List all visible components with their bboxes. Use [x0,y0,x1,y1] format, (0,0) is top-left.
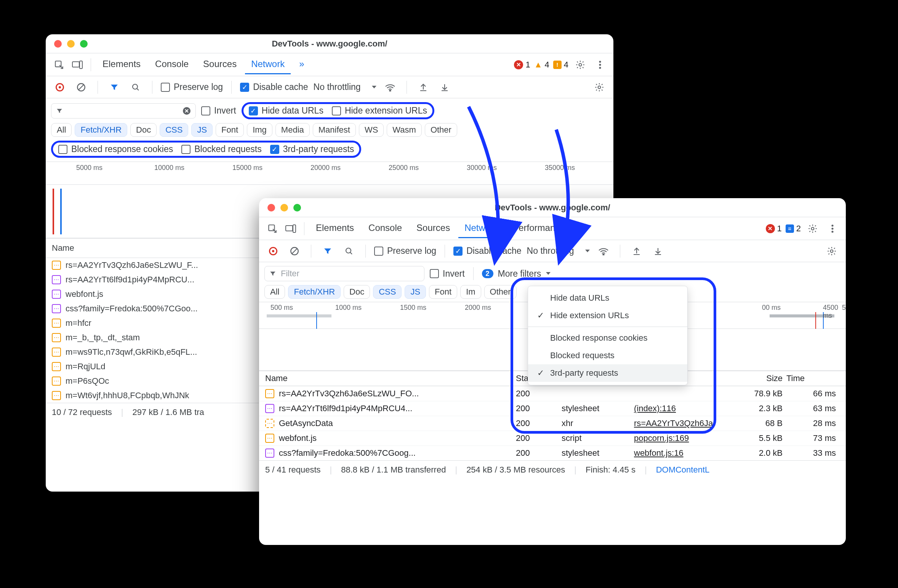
chip-font[interactable]: Font [216,123,244,137]
tab-console[interactable]: Console [362,219,408,238]
preserve-log-checkbox[interactable]: Preserve log [374,246,436,256]
dd-blocked-requests[interactable]: Blocked requests [528,347,687,364]
blocked-requests-checkbox[interactable]: Blocked requests [181,144,261,154]
disable-cache-checkbox[interactable]: ✓Disable cache [453,246,521,256]
tab-elements[interactable]: Elements [96,55,147,74]
preserve-log-checkbox[interactable]: Preserve log [161,82,223,92]
record-button[interactable] [265,243,281,259]
request-row[interactable]: ⋯GetAsyncData200xhrrs=AA2YrTv3Qzh6Ja68 B… [259,416,846,431]
col-name[interactable]: Name [265,373,516,383]
download-har-icon[interactable] [437,79,453,95]
dd-blocked-cookies[interactable]: Blocked response cookies [528,329,687,347]
download-har-icon[interactable] [650,243,666,259]
col-time[interactable]: Time [786,373,840,383]
tab-sources[interactable]: Sources [197,55,243,74]
chip-im[interactable]: Im [460,285,481,299]
chip-all[interactable]: All [51,123,72,137]
tabs-overflow[interactable]: » [573,219,591,238]
chip-all[interactable]: All [264,285,285,299]
chip-font[interactable]: Font [429,285,457,299]
chip-fetch-xhr[interactable]: Fetch/XHR [75,123,127,137]
warning-badge[interactable]: ▲4 [534,60,549,70]
settings-icon[interactable] [572,57,588,73]
initiator-cell[interactable]: (index):116 [634,404,733,413]
panel-settings-icon[interactable] [824,243,840,259]
third-party-checkbox[interactable]: ✓3rd-party requests [270,144,354,154]
filter-input[interactable]: Filter [264,266,424,281]
info-badge[interactable]: ≡2 [786,224,801,234]
upload-har-icon[interactable] [415,79,431,95]
tab-network[interactable]: Network [458,219,504,238]
inspect-icon[interactable] [264,221,280,237]
chip-doc[interactable]: Doc [130,123,157,137]
blocked-cookies-checkbox[interactable]: Blocked response cookies [58,144,173,154]
chip-img[interactable]: Img [247,123,272,137]
issue-badge[interactable]: !4 [553,60,568,70]
minimize-dot[interactable] [67,40,75,48]
search-icon[interactable] [128,79,144,95]
upload-har-icon[interactable] [629,243,645,259]
tabs-overflow[interactable]: » [293,55,310,74]
network-conditions-icon[interactable] [595,243,611,259]
hide-data-urls-checkbox[interactable]: ✓Hide data URLs [249,106,323,116]
record-button[interactable] [52,79,68,95]
filter-toggle-icon[interactable] [106,79,122,95]
throttling-select[interactable]: No throttling [527,246,591,256]
filter-toggle-icon[interactable] [320,243,336,259]
inspect-icon[interactable] [51,57,67,73]
chip-ws[interactable]: WS [359,123,384,137]
settings-icon[interactable] [805,221,821,237]
close-dot[interactable] [267,204,275,211]
invert-checkbox[interactable]: Invert [201,106,236,116]
request-row[interactable]: ⋯rs=AA2YrTt6lf9d1pi4yP4MpRCU4...200style… [259,401,846,416]
panel-settings-icon[interactable] [591,79,607,95]
disable-cache-checkbox[interactable]: ✓Disable cache [240,82,308,92]
filter-input[interactable] [51,103,196,119]
zoom-dot[interactable] [293,204,301,211]
col-size[interactable]: Size [733,373,786,383]
chip-other[interactable]: Other [484,285,517,299]
more-icon[interactable] [592,57,608,73]
traffic-lights[interactable] [54,40,88,48]
tab-network[interactable]: Network [245,55,291,74]
dd-hide-extension-urls[interactable]: ✓Hide extension URLs [528,307,687,324]
dd-hide-data-urls[interactable]: Hide data URLs [528,289,687,307]
device-toggle-icon[interactable] [69,57,85,73]
dd-third-party[interactable]: ✓3rd-party requests [528,364,687,382]
request-row[interactable]: ⋯rs=AA2YrTv3Qzh6Ja6eSLzWU_FO...20078.9 k… [259,386,846,401]
search-icon[interactable] [341,243,357,259]
error-badge[interactable]: ✕1 [766,224,782,234]
clear-button[interactable] [73,79,89,95]
initiator-cell[interactable]: popcorn.js:169 [634,433,733,443]
zoom-dot[interactable] [80,40,88,48]
network-conditions-icon[interactable] [382,79,398,95]
chip-js[interactable]: JS [405,285,426,299]
clear-filter-icon[interactable] [182,107,191,115]
more-filters-dropdown[interactable]: Hide data URLs ✓Hide extension URLs Bloc… [528,286,688,385]
error-badge[interactable]: ✕1 [514,60,530,70]
tab-console[interactable]: Console [149,55,195,74]
chip-js[interactable]: JS [191,123,213,137]
chip-wasm[interactable]: Wasm [387,123,422,137]
chip-other[interactable]: Other [425,123,457,137]
more-filters-button[interactable]: 2 More filters [482,269,551,279]
throttling-select[interactable]: No throttling [314,82,377,92]
chip-doc[interactable]: Doc [344,285,370,299]
hide-extension-urls-checkbox[interactable]: Hide extension URLs [332,106,427,116]
request-row[interactable]: ⋯webfont.js200scriptpopcorn.js:1695.5 kB… [259,431,846,445]
chip-fetch-xhr[interactable]: Fetch/XHR [288,285,341,299]
close-dot[interactable] [54,40,62,48]
tab-sources[interactable]: Sources [410,219,456,238]
initiator-cell[interactable]: rs=AA2YrTv3Qzh6Ja [634,418,733,428]
chip-css[interactable]: CSS [373,285,402,299]
clear-button[interactable] [287,243,303,259]
tab-performance[interactable]: Performance [506,219,571,238]
chip-css[interactable]: CSS [160,123,188,137]
status-domcontentloaded[interactable]: DOMContentL [656,465,710,475]
initiator-cell[interactable]: webfont.js:16 [634,448,733,458]
request-row[interactable]: ⋯css?family=Fredoka:500%7CGoog...200styl… [259,445,846,460]
overview-timeline[interactable]: 5000 ms10000 ms15000 ms20000 ms25000 ms3… [46,162,613,185]
device-toggle-icon[interactable] [283,221,299,237]
chip-manifest[interactable]: Manifest [313,123,356,137]
tab-elements[interactable]: Elements [310,219,360,238]
